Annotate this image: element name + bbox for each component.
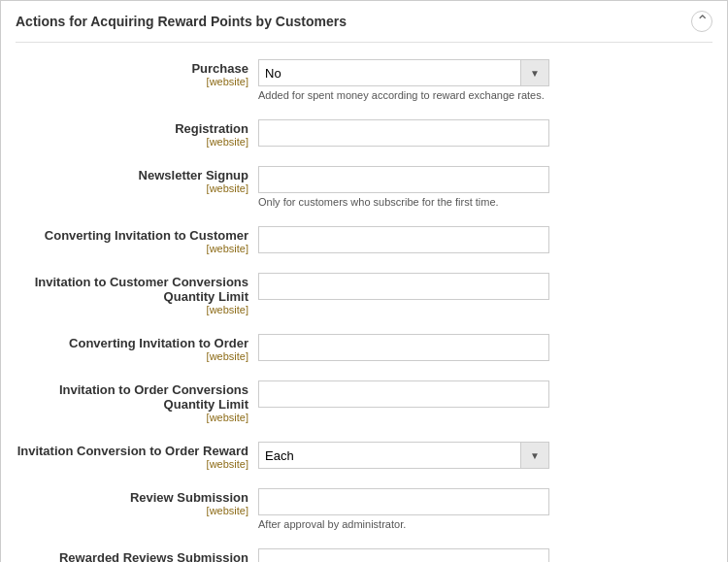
form-table: Purchase[website]NoYesAdded for spent mo… xyxy=(16,52,712,562)
page-container: Actions for Acquiring Reward Points by C… xyxy=(0,0,728,562)
select-invitation_conversion_to_order_reward[interactable]: EachFirst xyxy=(258,442,520,469)
select-purchase[interactable]: NoYes xyxy=(258,59,520,86)
field-label-invitation_conversion_to_order_reward: Invitation Conversion to Order Reward xyxy=(16,444,248,458)
form-row: Rewarded Reviews Submission Quantity Lim… xyxy=(16,542,712,562)
form-row: Review Submission[website]After approval… xyxy=(16,481,712,534)
field-hint-review_submission: After approval by administrator. xyxy=(258,518,712,530)
input-converting_invitation_to_customer[interactable] xyxy=(258,226,549,253)
field-label-review_submission: Review Submission xyxy=(16,490,248,505)
field-sublabel-invitation_customer_conversions_qty_limit: [website] xyxy=(16,304,248,315)
select-wrapper-purchase: NoYes xyxy=(258,59,549,86)
form-label-cell: Rewarded Reviews Submission Quantity Lim… xyxy=(16,545,258,562)
form-label-cell: Converting Invitation to Order[website] xyxy=(16,331,258,362)
input-registration[interactable] xyxy=(258,119,549,147)
form-control-cell xyxy=(258,270,712,300)
field-sublabel-converting_invitation_to_customer: [website] xyxy=(16,243,248,254)
page-header: Actions for Acquiring Reward Points by C… xyxy=(16,11,712,43)
form-control-cell xyxy=(258,223,712,253)
input-newsletter_signup[interactable] xyxy=(258,166,549,193)
form-row: Converting Invitation to Customer[websit… xyxy=(16,219,712,258)
input-invitation_customer_conversions_qty_limit[interactable] xyxy=(258,273,549,300)
form-control-cell: NoYesAdded for spent money according to … xyxy=(258,56,712,101)
select-wrapper-invitation_conversion_to_order_reward: EachFirst xyxy=(258,442,549,469)
form-label-cell: Converting Invitation to Customer[websit… xyxy=(16,223,258,254)
collapse-button[interactable]: ⌃ xyxy=(691,11,712,32)
field-hint-purchase: Added for spent money according to rewar… xyxy=(258,89,712,101)
field-label-converting_invitation_to_customer: Converting Invitation to Customer xyxy=(16,228,248,243)
field-sublabel-review_submission: [website] xyxy=(16,505,248,516)
form-label-cell: Invitation Conversion to Order Reward[we… xyxy=(16,439,258,470)
form-row: Invitation to Order Conversions Quantity… xyxy=(16,374,712,427)
select-arrow-invitation_conversion_to_order_reward[interactable] xyxy=(520,442,549,469)
form-control-cell: After approval by administrator. xyxy=(258,485,712,530)
form-row: Invitation to Customer Conversions Quant… xyxy=(16,266,712,319)
form-label-cell: Newsletter Signup[website] xyxy=(16,163,258,194)
field-sublabel-converting_invitation_to_order: [website] xyxy=(16,350,248,362)
form-row: Invitation Conversion to Order Reward[we… xyxy=(16,435,712,474)
field-sublabel-purchase: [website] xyxy=(16,76,248,87)
form-control-cell: Only for customers who subscribe for the… xyxy=(258,163,712,208)
form-label-cell: Registration[website] xyxy=(16,116,258,148)
field-label-registration: Registration xyxy=(16,121,248,136)
form-control-cell: EachFirst xyxy=(258,439,712,469)
form-control-cell xyxy=(258,116,712,147)
form-label-cell: Invitation to Customer Conversions Quant… xyxy=(16,270,258,315)
form-row: Converting Invitation to Order[website] xyxy=(16,327,712,366)
page-title: Actions for Acquiring Reward Points by C… xyxy=(16,14,347,29)
field-label-invitation_customer_conversions_qty_limit: Invitation to Customer Conversions Quant… xyxy=(16,275,248,304)
form-row: Newsletter Signup[website]Only for custo… xyxy=(16,159,712,212)
field-hint-newsletter_signup: Only for customers who subscribe for the… xyxy=(258,196,712,208)
field-label-rewarded_reviews_submission_qty_limit: Rewarded Reviews Submission Quantity Lim… xyxy=(16,550,248,562)
field-label-invitation_order_conversions_qty_limit: Invitation to Order Conversions Quantity… xyxy=(16,382,248,412)
form-control-cell xyxy=(258,378,712,408)
form-row: Registration[website] xyxy=(16,113,712,151)
field-sublabel-invitation_conversion_to_order_reward: [website] xyxy=(16,458,248,470)
form-label-cell: Review Submission[website] xyxy=(16,485,258,516)
field-label-newsletter_signup: Newsletter Signup xyxy=(16,168,248,182)
input-converting_invitation_to_order[interactable] xyxy=(258,334,549,361)
form-label-cell: Purchase[website] xyxy=(16,56,258,87)
input-review_submission[interactable] xyxy=(258,488,549,515)
field-label-converting_invitation_to_order: Converting Invitation to Order xyxy=(16,336,248,350)
field-label-purchase: Purchase xyxy=(16,61,248,76)
form-label-cell: Invitation to Order Conversions Quantity… xyxy=(16,378,258,423)
field-sublabel-newsletter_signup: [website] xyxy=(16,182,248,194)
input-invitation_order_conversions_qty_limit[interactable] xyxy=(258,380,549,408)
form-row: Purchase[website]NoYesAdded for spent mo… xyxy=(16,52,712,105)
select-arrow-purchase[interactable] xyxy=(520,59,549,86)
form-control-cell xyxy=(258,545,712,562)
field-sublabel-invitation_order_conversions_qty_limit: [website] xyxy=(16,412,248,423)
field-sublabel-registration: [website] xyxy=(16,136,248,148)
input-rewarded_reviews_submission_qty_limit[interactable] xyxy=(258,548,549,562)
form-control-cell xyxy=(258,331,712,361)
